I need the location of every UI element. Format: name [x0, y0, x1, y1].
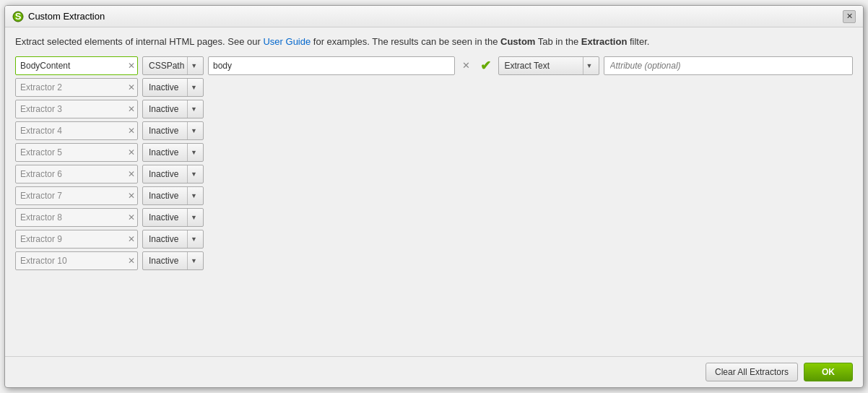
ok-button[interactable]: OK: [804, 363, 853, 381]
desc-text1: Extract selected elements of internal HT…: [15, 36, 263, 47]
extractor-7-clear-button[interactable]: ✕: [128, 191, 135, 200]
extractor-1-confirm-icon[interactable]: ✔: [477, 58, 494, 74]
desc-bold1: Custom: [500, 36, 535, 47]
extractor-6-status-arrow: ▼: [187, 165, 200, 183]
extractor-8-status-label: Inactive: [149, 212, 184, 223]
extractor-9-name-input[interactable]: [15, 230, 138, 249]
extractor-5-name-wrap: ✕: [15, 143, 138, 162]
extractor-4-clear-button[interactable]: ✕: [128, 126, 135, 135]
extractor-1-clear-button[interactable]: ✕: [128, 61, 135, 70]
extractor-3-status-select[interactable]: Inactive ▼: [142, 100, 204, 118]
extractor-6-name-wrap: ✕: [15, 165, 138, 183]
extractor-1-type-arrow: ▼: [187, 57, 200, 74]
extractor-7-name-wrap: ✕: [15, 186, 138, 205]
extractor-1-name-input[interactable]: [15, 56, 138, 75]
extractor-10-name-input[interactable]: [15, 251, 138, 270]
extractor-5-status-label: Inactive: [149, 147, 184, 157]
extractor-5-clear-button[interactable]: ✕: [128, 148, 135, 157]
extractor-1-extract-select[interactable]: Extract Text ▼: [498, 56, 599, 75]
extractor-6-status-label: Inactive: [149, 169, 184, 179]
extractor-10-clear-button[interactable]: ✕: [128, 256, 135, 265]
extractor-8-clear-button[interactable]: ✕: [128, 213, 135, 222]
extractor-10-status-select[interactable]: Inactive ▼: [142, 251, 204, 270]
extractor-5-status-select[interactable]: Inactive ▼: [142, 143, 204, 162]
extractor-8-name-input[interactable]: [15, 208, 138, 227]
inactive-extractors-list: ✕ Inactive ▼ ✕ Inactive ▼: [15, 78, 853, 350]
extractor-8-status-select[interactable]: Inactive ▼: [142, 208, 204, 227]
extractor-3-name-wrap: ✕: [15, 100, 138, 118]
extractor-7-status-arrow: ▼: [187, 187, 200, 204]
extractor-8-status-arrow: ▼: [187, 209, 200, 226]
extractor-2-name-input[interactable]: [15, 78, 138, 97]
extractor-6-name-input[interactable]: [15, 165, 138, 183]
extractor-7-name-input[interactable]: [15, 186, 138, 205]
extractor-2-name-wrap: ✕: [15, 78, 138, 97]
extractor-10-status-label: Inactive: [149, 256, 184, 266]
extractor-4-name-input[interactable]: [15, 121, 138, 140]
extractor-3-status-arrow: ▼: [187, 100, 200, 118]
extractor-4-name-wrap: ✕: [15, 121, 138, 140]
extractor-row-9: ✕ Inactive ▼: [15, 230, 853, 249]
extractor-1-name-wrap: ✕: [15, 56, 138, 75]
extractor-7-status-select[interactable]: Inactive ▼: [142, 186, 204, 205]
extractor-row-10: ✕ Inactive ▼: [15, 251, 853, 270]
extractor-9-status-label: Inactive: [149, 234, 184, 244]
extractor-1-type-label: CSSPath: [149, 61, 184, 71]
extractor-row-7: ✕ Inactive ▼: [15, 186, 853, 205]
extractor-row-2: ✕ Inactive ▼: [15, 78, 853, 97]
title-bar: S Custom Extraction ✕: [5, 6, 863, 27]
app-icon: S: [12, 11, 24, 22]
extractor-5-status-arrow: ▼: [187, 144, 200, 161]
extractor-4-status-select[interactable]: Inactive ▼: [142, 121, 204, 140]
extractor-row-8: ✕ Inactive ▼: [15, 208, 853, 227]
extractor-5-name-input[interactable]: [15, 143, 138, 162]
extractor-9-clear-button[interactable]: ✕: [128, 235, 135, 243]
extractor-1-selector-clear[interactable]: ✕: [459, 60, 473, 71]
extractor-1-extract-arrow: ▼: [583, 57, 596, 74]
extractor-7-status-label: Inactive: [149, 191, 184, 201]
extractor-4-status-label: Inactive: [149, 126, 184, 136]
extractor-row-1: ✕ CSSPath ▼ ✕ ✔ Extract Text ▼: [15, 56, 853, 75]
extractor-3-status-label: Inactive: [149, 104, 184, 114]
extractor-row-4: ✕ Inactive ▼: [15, 121, 853, 140]
extractor-9-status-select[interactable]: Inactive ▼: [142, 230, 204, 249]
extractor-2-status-arrow: ▼: [187, 79, 200, 96]
dialog-footer: Clear All Extractors OK: [5, 356, 863, 387]
desc-text2: for examples. The results can be seen in…: [311, 36, 500, 47]
extractor-10-name-wrap: ✕: [15, 251, 138, 270]
custom-extraction-dialog: S Custom Extraction ✕ Extract selected e…: [4, 5, 864, 388]
title-bar-left: S Custom Extraction: [12, 11, 105, 22]
extractor-6-status-select[interactable]: Inactive ▼: [142, 165, 204, 183]
svg-text:S: S: [15, 11, 22, 22]
extractor-9-status-arrow: ▼: [187, 230, 200, 248]
extractor-row-6: ✕ Inactive ▼: [15, 165, 853, 183]
extractor-1-type-select[interactable]: CSSPath ▼: [142, 56, 204, 75]
extractor-9-name-wrap: ✕: [15, 230, 138, 249]
extractor-2-clear-button[interactable]: ✕: [128, 83, 135, 92]
extractor-10-status-arrow: ▼: [187, 252, 200, 269]
clear-all-button[interactable]: Clear All Extractors: [706, 363, 798, 381]
extractor-2-status-label: Inactive: [149, 82, 184, 92]
desc-bold2: Extraction: [581, 36, 628, 47]
description-text: Extract selected elements of internal HT…: [15, 35, 853, 49]
extractor-row-3: ✕ Inactive ▼: [15, 100, 853, 118]
dialog-title: Custom Extraction: [28, 11, 105, 22]
extractor-2-status-select[interactable]: Inactive ▼: [142, 78, 204, 97]
desc-text3: Tab in the: [535, 36, 581, 47]
extractor-1-attr-input[interactable]: [604, 56, 854, 75]
extractor-8-name-wrap: ✕: [15, 208, 138, 227]
extractor-4-status-arrow: ▼: [187, 122, 200, 139]
extractor-row-5: ✕ Inactive ▼: [15, 143, 853, 162]
extractor-3-name-input[interactable]: [15, 100, 138, 118]
close-button[interactable]: ✕: [843, 10, 856, 23]
extractor-1-selector-input[interactable]: [208, 56, 455, 75]
extractor-6-clear-button[interactable]: ✕: [128, 170, 135, 178]
extractor-1-extract-label: Extract Text: [505, 61, 580, 71]
user-guide-link[interactable]: User Guide: [263, 36, 311, 47]
dialog-content: Extract selected elements of internal HT…: [5, 27, 863, 356]
desc-text4: filter.: [627, 36, 649, 47]
extractor-3-clear-button[interactable]: ✕: [128, 105, 135, 113]
